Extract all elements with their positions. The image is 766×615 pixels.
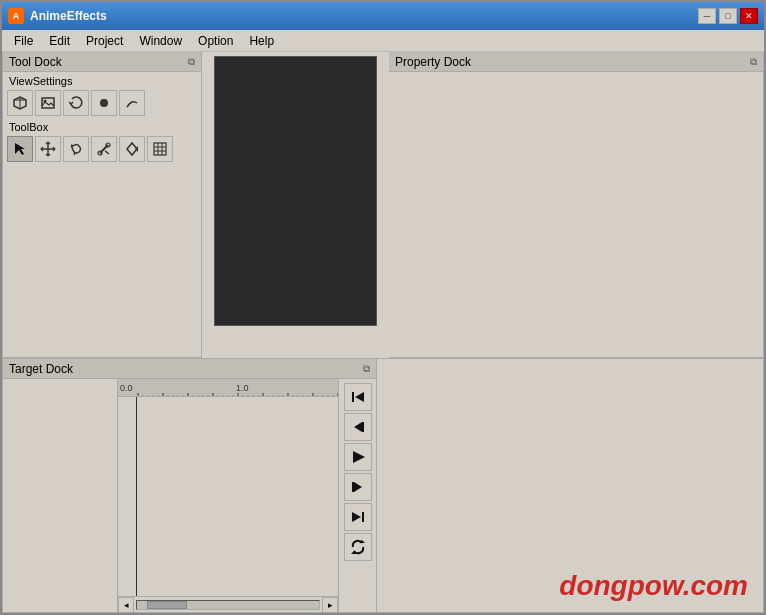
prev-frame-icon [349, 418, 367, 436]
timeline-area: 0.0 [3, 379, 376, 612]
toolbox-lasso[interactable] [63, 136, 89, 162]
view-tool-curve[interactable] [119, 90, 145, 116]
skip-to-end-button[interactable] [344, 503, 372, 531]
bottom-right-panel: dongpow.com [377, 359, 764, 613]
cube-icon [12, 95, 28, 111]
tool-dock-title: Tool Dock [9, 55, 62, 69]
dot-icon [96, 95, 112, 111]
target-dock-header: Target Dock ⧉ [3, 359, 376, 379]
svg-text:0.0: 0.0 [120, 383, 133, 393]
curve-icon [124, 95, 140, 111]
menu-help[interactable]: Help [241, 32, 282, 50]
menu-window[interactable]: Window [131, 32, 190, 50]
timeline-ruler: 0.0 [118, 379, 338, 397]
view-tool-cube[interactable] [7, 90, 33, 116]
minimize-button[interactable]: ─ [698, 8, 716, 24]
svg-marker-71 [353, 451, 365, 463]
transport-controls [338, 379, 376, 612]
property-dock-title: Property Dock [395, 55, 471, 69]
pen-icon [124, 141, 140, 157]
window-frame: A AnimeEffects ─ □ ✕ File Edit Project W… [0, 0, 766, 615]
scroll-left-arrow[interactable]: ◂ [118, 597, 134, 613]
view-tool-rotate[interactable] [63, 90, 89, 116]
target-dock: Target Dock ⧉ 0.0 [2, 359, 377, 613]
scrollbar-track[interactable] [136, 600, 320, 610]
svg-point-5 [100, 99, 108, 107]
bottom-section: Target Dock ⧉ 0.0 [2, 358, 764, 613]
toolbox-move[interactable] [35, 136, 61, 162]
svg-marker-72 [354, 482, 362, 492]
watermark-text: dongpow.com [559, 570, 748, 602]
lasso-icon [68, 141, 84, 157]
skip-to-end-icon [349, 508, 367, 526]
loop-icon [349, 538, 367, 556]
timeline-right: 0.0 [118, 379, 338, 612]
canvas-area[interactable] [202, 52, 389, 358]
bone-icon [96, 141, 112, 157]
menu-edit[interactable]: Edit [41, 32, 78, 50]
svg-text:1.0: 1.0 [236, 383, 249, 393]
loop-button[interactable] [344, 533, 372, 561]
scrollbar-thumb[interactable] [147, 601, 187, 609]
property-dock-header: Property Dock ⧉ [389, 52, 763, 72]
svg-line-13 [105, 151, 109, 154]
svg-marker-75 [352, 512, 361, 522]
next-frame-button[interactable] [344, 473, 372, 501]
svg-rect-15 [154, 143, 166, 155]
property-dock-float[interactable]: ⧉ [750, 56, 757, 68]
title-bar: A AnimeEffects ─ □ ✕ [2, 2, 764, 30]
tool-dock-header: Tool Dock ⧉ [3, 52, 201, 72]
timeline-h-scrollbar: ◂ ▸ [118, 596, 338, 612]
menu-project[interactable]: Project [78, 32, 131, 50]
maximize-button[interactable]: □ [719, 8, 737, 24]
target-dock-title: Target Dock [9, 362, 73, 376]
tool-dock: Tool Dock ⧉ ViewSettings [2, 52, 202, 358]
skip-to-start-icon [349, 388, 367, 406]
timeline-left [3, 379, 118, 612]
toolbox-grid[interactable] [147, 136, 173, 162]
view-settings-label: ViewSettings [3, 72, 201, 88]
toolbox-select[interactable] [7, 136, 33, 162]
svg-rect-74 [362, 512, 364, 522]
move-icon [40, 141, 56, 157]
menu-option[interactable]: Option [190, 32, 241, 50]
title-bar-left: A AnimeEffects [8, 8, 107, 24]
svg-marker-73 [352, 482, 354, 492]
title-bar-controls: ─ □ ✕ [698, 8, 758, 24]
main-content: Tool Dock ⧉ ViewSettings [2, 52, 764, 613]
next-frame-icon [349, 478, 367, 496]
playhead [136, 397, 137, 596]
menu-bar: File Edit Project Window Option Help [2, 30, 764, 52]
menu-file[interactable]: File [6, 32, 41, 50]
play-button[interactable] [344, 443, 372, 471]
svg-marker-70 [362, 422, 364, 432]
image-icon [40, 95, 56, 111]
svg-marker-68 [355, 392, 364, 402]
svg-rect-67 [352, 392, 354, 402]
top-section: Tool Dock ⧉ ViewSettings [2, 52, 764, 358]
play-icon [349, 448, 367, 466]
ruler-svg: 0.0 [118, 379, 338, 397]
rotate-icon [68, 95, 84, 111]
prev-frame-button[interactable] [344, 413, 372, 441]
view-tools-row [3, 88, 201, 118]
view-tool-dot[interactable] [91, 90, 117, 116]
close-button[interactable]: ✕ [740, 8, 758, 24]
svg-marker-69 [354, 422, 362, 432]
canvas-viewport [214, 56, 377, 326]
timeline-content [118, 397, 338, 596]
window-title: AnimeEffects [30, 9, 107, 23]
tool-dock-float[interactable]: ⧉ [188, 56, 195, 68]
svg-marker-6 [15, 143, 25, 155]
toolbox-row [3, 134, 201, 164]
grid-icon [152, 141, 168, 157]
toolbox-bone[interactable] [91, 136, 117, 162]
target-dock-float[interactable]: ⧉ [363, 363, 370, 375]
toolbox-label: ToolBox [3, 118, 201, 134]
skip-to-start-button[interactable] [344, 383, 372, 411]
scroll-right-arrow[interactable]: ▸ [322, 597, 338, 613]
view-tool-image[interactable] [35, 90, 61, 116]
toolbox-pen[interactable] [119, 136, 145, 162]
watermark-area: dongpow.com [377, 359, 763, 612]
arrow-icon [12, 141, 28, 157]
